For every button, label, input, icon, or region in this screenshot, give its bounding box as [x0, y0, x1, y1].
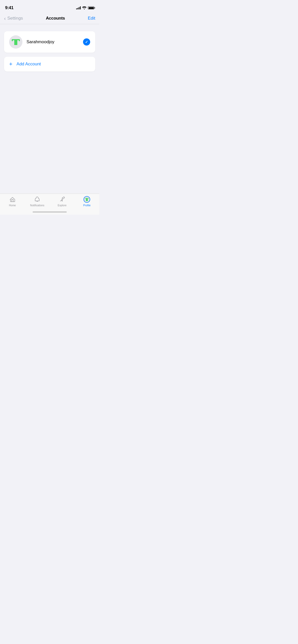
- svg-rect-6: [62, 197, 65, 199]
- status-icons: [76, 6, 94, 9]
- tab-explore[interactable]: Explore: [50, 196, 75, 207]
- back-button[interactable]: ‹ Settings: [4, 16, 23, 21]
- account-card[interactable]: Sarahmoodjoy ✓: [4, 31, 95, 53]
- signal-bars-icon: [76, 6, 81, 9]
- wifi-icon: [82, 6, 86, 9]
- explore-icon: [59, 196, 66, 203]
- svg-rect-12: [85, 198, 86, 199]
- status-time: 9:41: [5, 5, 13, 10]
- notifications-icon: [34, 196, 41, 203]
- nav-divider: [0, 24, 99, 24]
- tab-notifications[interactable]: Notifications: [25, 196, 50, 207]
- tab-profile[interactable]: Profile: [75, 196, 100, 207]
- main-content: Sarahmoodjoy ✓ + Add Account: [0, 24, 99, 215]
- avatar: [9, 35, 22, 49]
- edit-button[interactable]: Edit: [88, 16, 95, 21]
- active-check-icon: ✓: [83, 38, 90, 46]
- home-tab-label: Home: [9, 204, 16, 207]
- account-username: Sarahmoodjoy: [26, 39, 83, 45]
- add-account-button[interactable]: + Add Account: [4, 57, 95, 71]
- plus-icon: +: [9, 61, 12, 67]
- svg-rect-11: [86, 199, 88, 201]
- add-account-label: Add Account: [17, 62, 41, 67]
- battery-fill: [89, 7, 94, 9]
- svg-rect-4: [17, 40, 19, 41]
- app-container: 9:41 ‹: [0, 0, 99, 215]
- svg-rect-2: [14, 41, 17, 45]
- profile-icon: [83, 196, 90, 203]
- battery-icon: [88, 6, 94, 9]
- explore-tab-label: Explore: [58, 204, 66, 207]
- back-label: Settings: [7, 16, 23, 21]
- home-indicator: [33, 211, 67, 213]
- page-title: Accounts: [46, 16, 65, 21]
- nav-bar: ‹ Settings Accounts Edit: [0, 13, 99, 24]
- status-bar: 9:41: [0, 0, 99, 13]
- profile-tab-label: Profile: [83, 204, 91, 207]
- home-icon: [9, 196, 16, 203]
- notifications-tab-label: Notifications: [30, 204, 44, 207]
- checkmark: ✓: [85, 40, 88, 44]
- svg-rect-3: [13, 40, 14, 41]
- back-arrow-icon: ‹: [4, 16, 6, 21]
- tab-home[interactable]: Home: [0, 196, 25, 207]
- svg-rect-13: [88, 198, 89, 199]
